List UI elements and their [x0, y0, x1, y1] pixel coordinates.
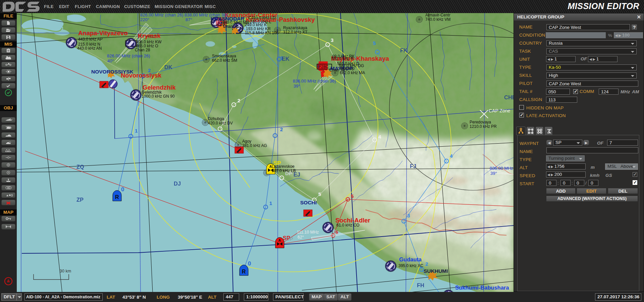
svg-text:826.00 MHz (chan 26): 826.00 MHz (chan 26): [107, 53, 150, 58]
svg-text:NOVOROSSIYSK: NOVOROSSIYSK: [91, 69, 134, 74]
svg-text:Chan 40: Chan 40: [223, 24, 238, 29]
svg-text:30 km: 30 km: [60, 269, 71, 273]
svg-text:1000.0 kHz GN 90: 1000.0 kHz GN 90: [142, 94, 175, 99]
svg-text:5: 5: [373, 40, 376, 46]
svg-text:F28C: F28C: [319, 64, 329, 69]
svg-text:591.0 kHz R: 591.0 kHz R: [331, 56, 354, 61]
svg-text:Smolenskaya: Smolenskaya: [212, 54, 236, 58]
svg-text:3: 3: [331, 37, 333, 43]
svg-text:662.0 kHz SM: 662.0 kHz SM: [212, 58, 237, 63]
svg-text:115.8 MHz KN 105: 115.8 MHz KN 105: [245, 31, 279, 35]
svg-text:395.0 kHz XC: 395.0 kHz XC: [398, 263, 423, 268]
svg-text:312.0 kHz XT: 312.0 kHz XT: [283, 30, 308, 35]
svg-text:Sukhumi-Babushara: Sukhumi-Babushara: [455, 285, 509, 291]
svg-text:CAP Zone: CAP Zone: [489, 108, 511, 113]
svg-text:Chan 28: Chan 28: [135, 48, 150, 52]
svg-text:5: 5: [318, 191, 321, 197]
svg-text:443.0 kHz AP: 443.0 kHz AP: [78, 37, 103, 42]
svg-text:740.0 kHz VM: 740.0 kHz VM: [425, 17, 450, 22]
svg-text:FK: FK: [400, 47, 408, 53]
svg-text:R: R: [242, 269, 246, 274]
svg-text:FH: FH: [417, 282, 424, 288]
svg-text:2: 2: [425, 261, 428, 267]
svg-text:Anapa-Vityazevo: Anapa-Vityazevo: [78, 30, 128, 37]
svg-text:FJ: FJ: [410, 163, 416, 169]
svg-text:4: 4: [378, 134, 381, 140]
svg-text:ZP: ZP: [76, 197, 84, 203]
svg-text:61.0 kHz CO: 61.0 kHz CO: [336, 223, 360, 228]
svg-text:DP: DP: [286, 236, 293, 242]
svg-text:240.0 kHz L: 240.0 kHz L: [250, 19, 271, 24]
svg-text:443.0 kHz AN: 443.0 kHz AN: [77, 46, 102, 51]
svg-text:1: 1: [269, 200, 272, 206]
svg-text:40°: 40°: [107, 58, 114, 63]
svg-text:307.0 kHz LB: 307.0 kHz LB: [272, 168, 296, 173]
svg-text:2: 2: [280, 127, 283, 132]
svg-text:836.00 MHz (c: 836.00 MHz (c: [490, 166, 514, 171]
svg-text:A: A: [278, 239, 281, 242]
svg-text:0: 0: [248, 260, 251, 267]
svg-text:Krymsk: Krymsk: [138, 32, 161, 39]
svg-text:1210.0 kHz PR: 1210.0 kHz PR: [470, 124, 497, 129]
svg-text:SOCHI: SOCHI: [300, 200, 317, 205]
svg-text:Peredovaya: Peredovaya: [470, 120, 491, 124]
svg-text:3: 3: [407, 213, 410, 218]
svg-text:420.0 kHz DV: 420.0 kHz DV: [208, 121, 233, 125]
svg-text:R: R: [115, 194, 119, 200]
svg-text:SUKHUMI: SUKHUMI: [424, 268, 448, 274]
svg-text:39°: 39°: [490, 171, 497, 176]
svg-text:Chan 34: Chan 34: [329, 68, 345, 72]
svg-text:DJ: DJ: [174, 181, 181, 187]
svg-text:381.0 kHz AG: 381.0 kHz AG: [242, 143, 267, 148]
svg-text:87°: 87°: [185, 17, 192, 22]
svg-text:Agoy: Agoy: [242, 139, 251, 144]
svg-text:CHE: CHE: [504, 94, 514, 100]
svg-text:836.00 MHz (chan 36): 836.00 MHz (chan 36): [293, 79, 336, 84]
svg-text:2: 2: [237, 98, 240, 103]
svg-text:62°: 62°: [298, 235, 304, 240]
svg-text:EK: EK: [282, 56, 289, 62]
svg-text:Ryazanskaya: Ryazanskaya: [283, 26, 307, 30]
svg-text:4: 4: [450, 153, 453, 159]
svg-text:ZQ: ZQ: [76, 164, 84, 170]
svg-text:587.0 kHz DG: 587.0 kHz DG: [339, 63, 364, 68]
svg-text:Gudauta: Gudauta: [399, 256, 422, 262]
svg-text:220°: 220°: [140, 17, 149, 22]
svg-text:0: 0: [121, 186, 124, 193]
svg-text:5: 5: [351, 193, 354, 199]
svg-text:111.10 MHz: 111.10 MHz: [297, 230, 319, 235]
svg-text:DK: DK: [164, 64, 172, 70]
svg-text:Dzhubga: Dzhubga: [208, 116, 224, 121]
svg-text:39°: 39°: [293, 84, 300, 89]
svg-text:Lazarevskoe: Lazarevskoe: [272, 164, 294, 169]
svg-text:1: 1: [135, 128, 138, 134]
